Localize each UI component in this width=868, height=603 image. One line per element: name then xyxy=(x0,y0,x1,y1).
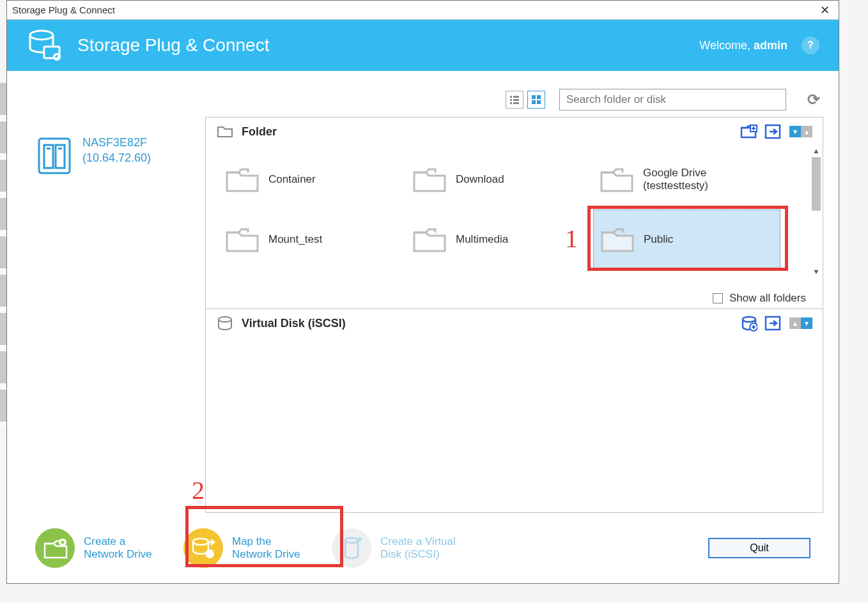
create-network-label: Create a Network Drive xyxy=(84,535,167,561)
disk-section-icon xyxy=(216,314,234,332)
folder-item-google-drive[interactable]: Google Drive (testtesttesty) xyxy=(593,149,780,210)
scroll-down-icon[interactable]: ▼ xyxy=(811,266,821,277)
device-sidebar[interactable]: NASF3E82F (10.64.72.60) xyxy=(36,135,151,177)
folder-icon xyxy=(225,166,260,193)
add-vdisk-button[interactable] xyxy=(740,314,759,332)
nas-info: NASF3E82F (10.64.72.60) xyxy=(82,135,151,166)
panels: Folder ▾ ▴ C xyxy=(205,117,823,513)
create-network-drive-button[interactable]: Create a Network Drive xyxy=(35,528,167,568)
svg-rect-4 xyxy=(537,95,541,99)
folder-icon xyxy=(225,226,260,253)
svg-point-20 xyxy=(193,538,208,545)
create-vdisk-icon xyxy=(332,528,371,568)
folder-collapse-controls: ▾ ▴ xyxy=(789,126,812,137)
create-network-icon xyxy=(35,528,75,568)
folder-grid: Container Download Google Drive (testtes… xyxy=(206,146,823,273)
vdisk-header: Virtual Disk (iSCSI) ▴ ▾ xyxy=(206,309,823,337)
map-folder-button[interactable] xyxy=(764,123,783,141)
scroll-thumb[interactable] xyxy=(812,157,821,211)
close-icon[interactable]: ✕ xyxy=(816,3,833,17)
nas-icon xyxy=(36,135,72,177)
folder-scrollbar[interactable]: ▲ ▼ xyxy=(811,146,821,277)
svg-rect-5 xyxy=(532,100,536,104)
brand-icon xyxy=(26,27,65,63)
folder-section-icon xyxy=(216,123,234,141)
folder-icon xyxy=(412,226,447,253)
svg-rect-6 xyxy=(537,100,541,104)
folder-icon xyxy=(600,226,635,253)
folder-label: Google Drive (testtesttesty) xyxy=(643,167,774,193)
create-vdisk-label: Create a Virtual Disk (iSCSI) xyxy=(380,535,463,561)
svg-rect-10 xyxy=(47,148,50,149)
map-vdisk-button[interactable] xyxy=(764,314,783,332)
folder-collapse-up[interactable]: ▴ xyxy=(801,126,812,137)
map-network-label: Map the Network Drive xyxy=(232,535,315,561)
folder-label: Public xyxy=(644,233,673,246)
app-window: Storage Plug & Connect ✕ Storage Plug & … xyxy=(6,0,839,584)
folder-item-mount-test[interactable]: Mount_test xyxy=(219,210,406,270)
folder-label: Download xyxy=(456,173,504,186)
welcome-user: admin xyxy=(754,39,787,52)
welcome-prefix: Welcome, xyxy=(699,39,754,52)
folder-icon xyxy=(412,166,447,193)
search-input[interactable] xyxy=(559,89,786,111)
refresh-button[interactable]: ⟳ xyxy=(804,90,823,109)
create-vdisk-button[interactable]: Create a Virtual Disk (iSCSI) xyxy=(332,528,463,568)
svg-rect-3 xyxy=(532,95,536,99)
welcome-text: Welcome, admin xyxy=(699,39,787,52)
folder-item-container[interactable]: Container xyxy=(219,149,406,210)
show-all-checkbox[interactable] xyxy=(713,293,723,303)
folder-label: Mount_test xyxy=(268,233,322,246)
map-network-icon xyxy=(183,528,223,568)
body-area: ⟳ NASF3E82F (10.64.72.60) xyxy=(7,71,839,513)
svg-point-16 xyxy=(743,317,756,322)
vdisk-collapse-controls: ▴ ▾ xyxy=(789,317,812,329)
banner-title: Storage Plug & Connect xyxy=(77,35,699,56)
folder-item-download[interactable]: Download xyxy=(406,149,593,210)
device-name: NASF3E82F xyxy=(82,135,151,150)
folder-item-multimedia[interactable]: Multimedia xyxy=(406,210,593,270)
help-button[interactable]: ? xyxy=(802,36,819,54)
svg-point-22 xyxy=(345,538,358,543)
map-network-drive-button[interactable]: Map the Network Drive xyxy=(183,528,315,568)
vdisk-collapse-up[interactable]: ▾ xyxy=(801,317,812,329)
folder-collapse-down[interactable]: ▾ xyxy=(789,126,801,137)
background-markers xyxy=(0,83,6,428)
vdisk-section-title: Virtual Disk (iSCSI) xyxy=(242,317,734,330)
folder-item-public[interactable]: Public xyxy=(593,210,780,270)
vdisk-collapse-down[interactable]: ▴ xyxy=(789,317,801,329)
add-folder-button[interactable] xyxy=(740,123,759,141)
svg-point-0 xyxy=(30,31,53,40)
vdisk-panel: Virtual Disk (iSCSI) ▴ ▾ xyxy=(206,309,823,501)
device-ip: (10.64.72.60) xyxy=(82,150,151,165)
banner: Storage Plug & Connect Welcome, admin ? xyxy=(7,20,839,71)
titlebar: Storage Plug & Connect ✕ xyxy=(7,1,839,20)
scroll-up-icon[interactable]: ▲ xyxy=(811,146,821,156)
svg-point-21 xyxy=(205,549,214,558)
folder-panel: Folder ▾ ▴ C xyxy=(206,118,823,309)
toolbar: ⟳ xyxy=(506,89,823,111)
footer: Create a Network Drive Map the Network D… xyxy=(7,513,839,583)
svg-point-15 xyxy=(219,317,231,322)
folder-header: Folder ▾ ▴ xyxy=(206,118,823,146)
window-title: Storage Plug & Connect xyxy=(12,4,816,15)
grid-view-button[interactable] xyxy=(527,91,545,109)
svg-rect-11 xyxy=(58,148,62,149)
folder-label: Container xyxy=(268,173,316,186)
show-all-label: Show all folders xyxy=(729,292,806,305)
show-all-folders: Show all folders xyxy=(713,292,806,305)
folder-label: Multimedia xyxy=(456,233,508,246)
folder-section-title: Folder xyxy=(242,125,734,139)
folder-icon xyxy=(600,166,634,193)
list-view-button[interactable] xyxy=(506,91,523,109)
quit-button[interactable]: Quit xyxy=(708,538,810,558)
